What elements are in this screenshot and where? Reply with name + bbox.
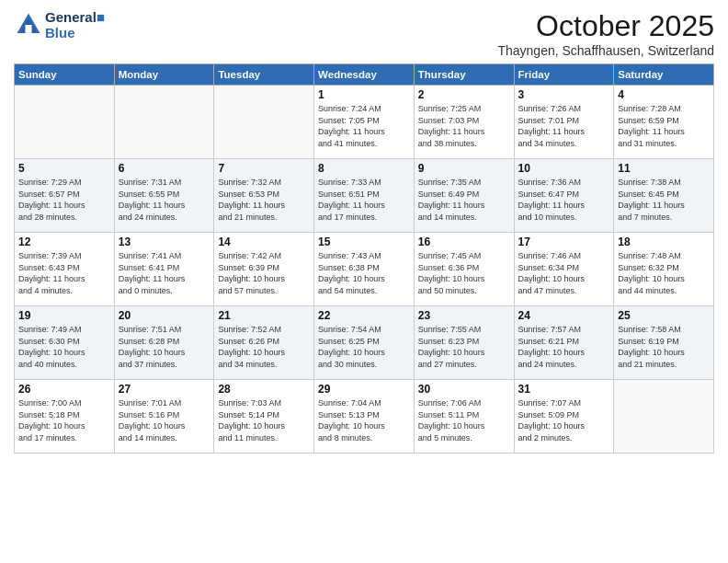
day-number: 10 xyxy=(518,162,610,175)
calendar-cell: 17Sunrise: 7:46 AM Sunset: 6:34 PM Dayli… xyxy=(514,233,614,306)
day-info: Sunrise: 7:25 AM Sunset: 7:03 PM Dayligh… xyxy=(418,103,510,149)
day-info: Sunrise: 7:28 AM Sunset: 6:59 PM Dayligh… xyxy=(618,103,710,149)
page-header: General■ Blue October 2025 Thayngen, Sch… xyxy=(14,9,714,58)
logo-icon xyxy=(14,10,43,40)
day-info: Sunrise: 7:39 AM Sunset: 6:43 PM Dayligh… xyxy=(18,250,110,296)
calendar-cell: 20Sunrise: 7:51 AM Sunset: 6:28 PM Dayli… xyxy=(114,306,214,380)
day-number: 23 xyxy=(418,309,510,322)
day-number: 25 xyxy=(618,309,710,322)
calendar-cell: 23Sunrise: 7:55 AM Sunset: 6:23 PM Dayli… xyxy=(414,306,514,380)
col-header-tuesday: Tuesday xyxy=(214,64,314,86)
day-number: 1 xyxy=(318,88,410,101)
calendar-week-row: 12Sunrise: 7:39 AM Sunset: 6:43 PM Dayli… xyxy=(15,233,714,306)
day-info: Sunrise: 7:49 AM Sunset: 6:30 PM Dayligh… xyxy=(18,324,110,370)
day-number: 24 xyxy=(518,309,610,322)
calendar-cell xyxy=(114,86,214,159)
calendar-cell: 28Sunrise: 7:03 AM Sunset: 5:14 PM Dayli… xyxy=(214,380,314,454)
day-number: 9 xyxy=(418,162,510,175)
day-number: 12 xyxy=(18,236,110,248)
day-number: 7 xyxy=(218,162,310,175)
calendar-cell: 9Sunrise: 7:35 AM Sunset: 6:49 PM Daylig… xyxy=(414,159,514,233)
calendar-cell: 13Sunrise: 7:41 AM Sunset: 6:41 PM Dayli… xyxy=(114,233,214,306)
day-number: 14 xyxy=(218,236,310,248)
calendar-table: SundayMondayTuesdayWednesdayThursdayFrid… xyxy=(14,63,714,454)
svg-rect-3 xyxy=(25,25,31,33)
day-info: Sunrise: 7:45 AM Sunset: 6:36 PM Dayligh… xyxy=(418,250,510,296)
day-info: Sunrise: 7:48 AM Sunset: 6:32 PM Dayligh… xyxy=(618,250,710,296)
day-number: 5 xyxy=(18,162,110,175)
day-info: Sunrise: 7:43 AM Sunset: 6:38 PM Dayligh… xyxy=(318,250,410,296)
day-info: Sunrise: 7:42 AM Sunset: 6:39 PM Dayligh… xyxy=(218,250,310,296)
logo: General■ Blue xyxy=(14,9,105,40)
calendar-week-row: 1Sunrise: 7:24 AM Sunset: 7:05 PM Daylig… xyxy=(15,86,714,159)
day-info: Sunrise: 7:29 AM Sunset: 6:57 PM Dayligh… xyxy=(18,177,110,223)
day-info: Sunrise: 7:36 AM Sunset: 6:47 PM Dayligh… xyxy=(518,177,610,223)
calendar-cell xyxy=(214,86,314,159)
day-number: 13 xyxy=(119,236,210,248)
day-number: 16 xyxy=(418,236,510,248)
calendar-cell: 8Sunrise: 7:33 AM Sunset: 6:51 PM Daylig… xyxy=(314,159,415,233)
calendar-cell: 6Sunrise: 7:31 AM Sunset: 6:55 PM Daylig… xyxy=(114,159,214,233)
calendar-cell: 3Sunrise: 7:26 AM Sunset: 7:01 PM Daylig… xyxy=(514,86,614,159)
day-number: 28 xyxy=(218,383,310,396)
calendar-cell: 5Sunrise: 7:29 AM Sunset: 6:57 PM Daylig… xyxy=(15,159,115,233)
calendar-cell: 19Sunrise: 7:49 AM Sunset: 6:30 PM Dayli… xyxy=(15,306,115,380)
calendar-cell: 2Sunrise: 7:25 AM Sunset: 7:03 PM Daylig… xyxy=(414,86,514,159)
day-info: Sunrise: 7:41 AM Sunset: 6:41 PM Dayligh… xyxy=(119,250,210,296)
calendar-cell: 7Sunrise: 7:32 AM Sunset: 6:53 PM Daylig… xyxy=(214,159,314,233)
col-header-thursday: Thursday xyxy=(414,64,514,86)
day-info: Sunrise: 7:03 AM Sunset: 5:14 PM Dayligh… xyxy=(218,397,310,443)
day-number: 2 xyxy=(418,88,510,101)
col-header-saturday: Saturday xyxy=(614,64,714,86)
day-number: 6 xyxy=(119,162,210,175)
calendar-week-row: 19Sunrise: 7:49 AM Sunset: 6:30 PM Dayli… xyxy=(15,306,714,380)
day-number: 8 xyxy=(318,162,410,175)
calendar-cell: 29Sunrise: 7:04 AM Sunset: 5:13 PM Dayli… xyxy=(314,380,415,454)
day-number: 27 xyxy=(119,383,210,396)
day-number: 31 xyxy=(518,383,610,396)
day-info: Sunrise: 7:07 AM Sunset: 5:09 PM Dayligh… xyxy=(518,397,610,443)
day-info: Sunrise: 7:38 AM Sunset: 6:45 PM Dayligh… xyxy=(618,177,710,223)
col-header-sunday: Sunday xyxy=(15,64,115,86)
day-number: 18 xyxy=(618,236,710,248)
logo-text: General■ Blue xyxy=(45,9,105,40)
day-number: 20 xyxy=(119,309,210,322)
day-info: Sunrise: 7:35 AM Sunset: 6:49 PM Dayligh… xyxy=(418,177,510,223)
calendar-cell: 26Sunrise: 7:00 AM Sunset: 5:18 PM Dayli… xyxy=(15,380,115,454)
calendar-cell: 27Sunrise: 7:01 AM Sunset: 5:16 PM Dayli… xyxy=(114,380,214,454)
calendar-cell: 10Sunrise: 7:36 AM Sunset: 6:47 PM Dayli… xyxy=(514,159,614,233)
day-info: Sunrise: 7:26 AM Sunset: 7:01 PM Dayligh… xyxy=(518,103,610,149)
calendar-cell: 4Sunrise: 7:28 AM Sunset: 6:59 PM Daylig… xyxy=(614,86,714,159)
location: Thayngen, Schaffhausen, Switzerland xyxy=(497,43,714,58)
calendar-week-row: 26Sunrise: 7:00 AM Sunset: 5:18 PM Dayli… xyxy=(15,380,714,454)
calendar-cell: 31Sunrise: 7:07 AM Sunset: 5:09 PM Dayli… xyxy=(514,380,614,454)
calendar-cell: 11Sunrise: 7:38 AM Sunset: 6:45 PM Dayli… xyxy=(614,159,714,233)
calendar-cell: 18Sunrise: 7:48 AM Sunset: 6:32 PM Dayli… xyxy=(614,233,714,306)
day-info: Sunrise: 7:33 AM Sunset: 6:51 PM Dayligh… xyxy=(318,177,410,223)
day-number: 15 xyxy=(318,236,410,248)
day-info: Sunrise: 7:57 AM Sunset: 6:21 PM Dayligh… xyxy=(518,324,610,370)
day-info: Sunrise: 7:52 AM Sunset: 6:26 PM Dayligh… xyxy=(218,324,310,370)
calendar-cell: 25Sunrise: 7:58 AM Sunset: 6:19 PM Dayli… xyxy=(614,306,714,380)
calendar-header-row: SundayMondayTuesdayWednesdayThursdayFrid… xyxy=(15,64,714,86)
month-title: October 2025 xyxy=(497,9,714,43)
title-block: October 2025 Thayngen, Schaffhausen, Swi… xyxy=(497,9,714,58)
day-info: Sunrise: 7:58 AM Sunset: 6:19 PM Dayligh… xyxy=(618,324,710,370)
col-header-friday: Friday xyxy=(514,64,614,86)
calendar-week-row: 5Sunrise: 7:29 AM Sunset: 6:57 PM Daylig… xyxy=(15,159,714,233)
day-info: Sunrise: 7:24 AM Sunset: 7:05 PM Dayligh… xyxy=(318,103,410,149)
day-info: Sunrise: 7:31 AM Sunset: 6:55 PM Dayligh… xyxy=(119,177,210,223)
col-header-wednesday: Wednesday xyxy=(314,64,415,86)
day-number: 3 xyxy=(518,88,610,101)
calendar-cell: 21Sunrise: 7:52 AM Sunset: 6:26 PM Dayli… xyxy=(214,306,314,380)
day-info: Sunrise: 7:46 AM Sunset: 6:34 PM Dayligh… xyxy=(518,250,610,296)
day-info: Sunrise: 7:00 AM Sunset: 5:18 PM Dayligh… xyxy=(18,397,110,443)
day-number: 26 xyxy=(18,383,110,396)
calendar-cell xyxy=(614,380,714,454)
day-number: 19 xyxy=(18,309,110,322)
day-number: 21 xyxy=(218,309,310,322)
day-info: Sunrise: 7:04 AM Sunset: 5:13 PM Dayligh… xyxy=(318,397,410,443)
calendar-cell: 1Sunrise: 7:24 AM Sunset: 7:05 PM Daylig… xyxy=(314,86,415,159)
calendar-cell: 24Sunrise: 7:57 AM Sunset: 6:21 PM Dayli… xyxy=(514,306,614,380)
day-number: 30 xyxy=(418,383,510,396)
